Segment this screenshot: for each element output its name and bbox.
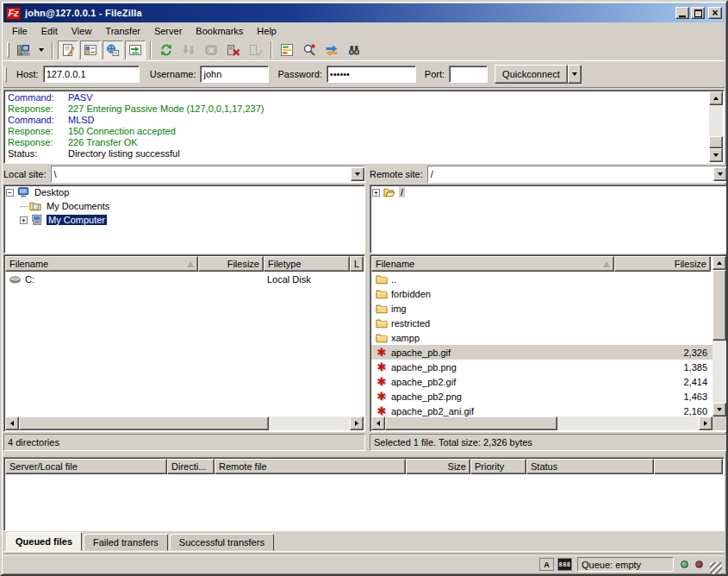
- cancel-operation-button[interactable]: [201, 41, 221, 59]
- column-header-filetype[interactable]: Filetype: [264, 256, 350, 272]
- menu-edit[interactable]: Edit: [34, 24, 65, 38]
- remote-horizontal-scrollbar[interactable]: [371, 416, 712, 430]
- file-row[interactable]: ..: [371, 272, 712, 286]
- expand-icon[interactable]: +: [20, 216, 28, 224]
- local-site-dropdown-button[interactable]: [351, 167, 364, 181]
- remote-vertical-scrollbar[interactable]: [712, 256, 726, 416]
- menu-transfer[interactable]: Transfer: [98, 24, 147, 38]
- toolbar-grip[interactable]: [4, 66, 7, 82]
- tab-queued-files[interactable]: Queued files: [6, 532, 82, 551]
- column-header-directi-[interactable]: Directi...: [167, 459, 215, 474]
- file-row[interactable]: xampp: [371, 330, 712, 345]
- maximize-button[interactable]: [691, 7, 705, 19]
- tree-item[interactable]: +My Computer: [4, 213, 364, 227]
- file-row[interactable]: restricted: [371, 316, 712, 330]
- scrollbar-track[interactable]: [385, 416, 699, 430]
- host-input[interactable]: [43, 66, 140, 83]
- column-header-size[interactable]: Size: [406, 459, 470, 474]
- file-row[interactable]: ✱apache_pb.png1,385: [371, 360, 712, 374]
- column-header-remote-file[interactable]: Remote file: [215, 459, 406, 474]
- menu-server[interactable]: Server: [147, 24, 189, 38]
- queue-body[interactable]: [5, 475, 723, 529]
- file-list-body[interactable]: C:Local Disk: [5, 272, 364, 418]
- menu-help[interactable]: Help: [250, 24, 283, 38]
- image-icon: ✱: [375, 347, 389, 359]
- tree-item[interactable]: My Documents: [4, 199, 364, 213]
- column-header-filler[interactable]: [654, 459, 723, 474]
- local-site-combobox[interactable]: \: [51, 166, 365, 183]
- filename-filters-button[interactable]: [299, 41, 320, 59]
- site-manager-button[interactable]: [13, 41, 34, 59]
- remote-site-dropdown-button[interactable]: [713, 167, 727, 181]
- tab-failed-transfers[interactable]: Failed transfers: [84, 534, 168, 551]
- file-row[interactable]: ✱apache_pb2_ani.gif2,160: [371, 404, 712, 418]
- scroll-right-button[interactable]: [350, 416, 364, 430]
- site-manager-dropdown-button[interactable]: [35, 41, 47, 59]
- minimize-button[interactable]: [675, 7, 689, 19]
- file-row[interactable]: ✱apache_pb2.gif2,414: [371, 374, 712, 389]
- expand-icon[interactable]: +: [372, 189, 380, 197]
- toolbar-grip[interactable]: [7, 42, 9, 58]
- scrollbar-thumb[interactable]: [712, 270, 726, 341]
- scroll-down-button[interactable]: [709, 148, 723, 162]
- file-row[interactable]: ✱apache_pb.gif2,326: [371, 345, 712, 360]
- menu-file[interactable]: File: [5, 24, 34, 38]
- tree-item[interactable]: +/: [370, 185, 727, 199]
- scroll-up-button[interactable]: [709, 91, 723, 105]
- remote-site-combobox[interactable]: /: [427, 166, 728, 183]
- toggle-message-log-button[interactable]: [58, 41, 78, 59]
- menu-view[interactable]: View: [65, 24, 99, 38]
- scrollbar-track[interactable]: [709, 105, 723, 148]
- column-header-server-local-file[interactable]: Server/Local file: [5, 459, 167, 474]
- column-header-priority[interactable]: Priority: [470, 459, 526, 474]
- username-input[interactable]: [200, 66, 269, 83]
- titlebar[interactable]: Fz john@127.0.0.1 - FileZilla ×: [3, 3, 725, 22]
- scroll-up-button[interactable]: [712, 256, 726, 270]
- file-row[interactable]: ✱apache_pb2.png1,463: [371, 389, 712, 404]
- toggle-transfer-queue-button[interactable]: [125, 41, 146, 59]
- menu-bookmarks[interactable]: Bookmarks: [189, 24, 250, 38]
- scrollbar-thumb[interactable]: [19, 416, 269, 430]
- disconnect-button[interactable]: [223, 41, 244, 59]
- tab-successful-transfers[interactable]: Successful transfers: [170, 534, 274, 551]
- column-header-l[interactable]: L: [350, 256, 364, 272]
- file-row[interactable]: forbidden: [371, 286, 712, 301]
- column-header-filename[interactable]: Filename: [5, 256, 198, 272]
- port-input[interactable]: [449, 66, 488, 83]
- password-input[interactable]: [327, 66, 416, 83]
- quickconnect-dropdown-button[interactable]: [568, 65, 582, 84]
- file-row[interactable]: C:Local Disk: [5, 272, 364, 286]
- scroll-left-button[interactable]: [5, 416, 19, 430]
- column-header-filesize[interactable]: Filesize: [614, 256, 711, 272]
- transfer-type-icon[interactable]: A: [539, 558, 554, 571]
- refresh-button[interactable]: [156, 41, 177, 59]
- scroll-down-button[interactable]: [712, 403, 726, 416]
- speed-limit-icon[interactable]: 888: [557, 558, 572, 571]
- scrollbar-track[interactable]: [712, 270, 726, 403]
- scrollbar-thumb[interactable]: [385, 416, 557, 430]
- scroll-left-button[interactable]: [371, 416, 385, 430]
- directory-comparison-button[interactable]: [277, 41, 297, 59]
- column-header-status[interactable]: Status: [526, 459, 654, 474]
- tree-item[interactable]: −Desktop: [4, 185, 364, 199]
- scroll-right-button[interactable]: [699, 416, 712, 430]
- toggle-remote-tree-button[interactable]: [103, 41, 123, 59]
- collapse-icon[interactable]: −: [6, 189, 14, 197]
- find-files-button[interactable]: [344, 41, 364, 59]
- quickconnect-button[interactable]: Quickconnect: [495, 65, 568, 84]
- local-horizontal-scrollbar[interactable]: [5, 416, 364, 430]
- synchronized-browsing-button[interactable]: [321, 41, 342, 59]
- column-header-filesize[interactable]: Filesize: [198, 256, 264, 272]
- log-vertical-scrollbar[interactable]: [709, 91, 723, 162]
- reconnect-button[interactable]: [246, 41, 266, 59]
- close-button[interactable]: ×: [708, 7, 722, 19]
- file-list-body[interactable]: ..forbiddenimgrestrictedxampp✱apache_pb.…: [371, 272, 712, 418]
- scrollbar-track[interactable]: [19, 416, 350, 430]
- local-site-label: Local site:: [3, 169, 47, 179]
- resize-grip[interactable]: [710, 562, 722, 574]
- column-header-filename[interactable]: Filename: [371, 256, 614, 272]
- toggle-local-tree-button[interactable]: [80, 41, 101, 59]
- process-queue-button[interactable]: [178, 41, 199, 59]
- file-row[interactable]: img: [371, 301, 712, 316]
- scrollbar-thumb[interactable]: [709, 136, 723, 148]
